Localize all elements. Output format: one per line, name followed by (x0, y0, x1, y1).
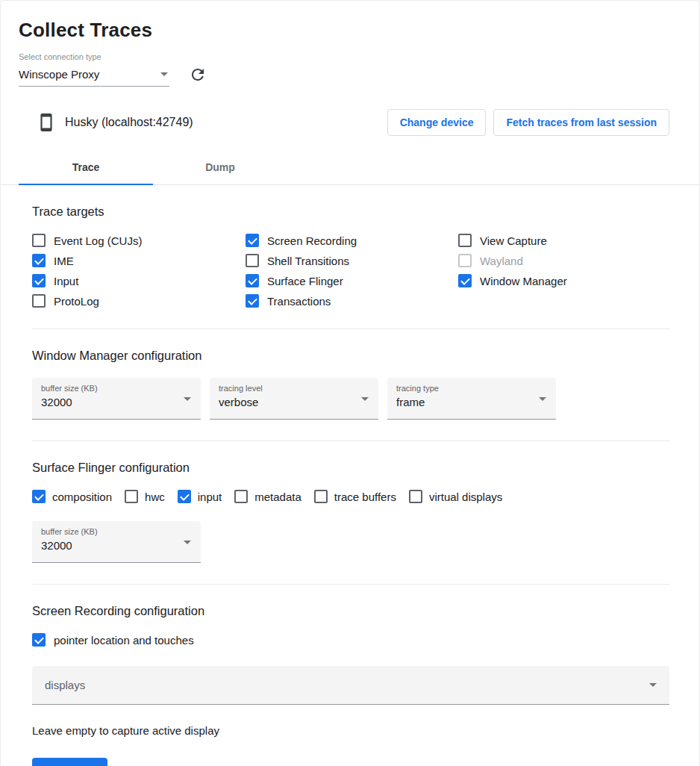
wm-config-fields: buffer size (KB) 32000 tracing level ver… (32, 378, 669, 420)
checkbox-pointer-location[interactable]: pointer location and touches (32, 633, 669, 647)
checkbox-label: Screen Recording (267, 234, 357, 247)
checkbox-trace-buffers[interactable]: trace buffers (314, 490, 396, 503)
checkbox-icon (246, 274, 259, 287)
checkbox-label: metadata (254, 491, 301, 503)
tab-trace-label: Trace (72, 161, 100, 173)
checkbox-icon (409, 490, 422, 503)
checkbox-event-log-cujs[interactable]: Event Log (CUJs) (32, 234, 246, 247)
wm-buffer-size-select[interactable]: buffer size (KB) 32000 (32, 378, 201, 420)
checkbox-icon (234, 490, 248, 503)
tab-dump-label: Dump (205, 161, 235, 173)
trace-config-content: Trace targets Event Log (CUJs) IME Input (1, 205, 699, 766)
checkbox-label: Surface Flinger (267, 275, 343, 287)
field-value: verbose (219, 396, 369, 408)
checkbox-icon (458, 274, 472, 287)
wm-tracing-type-select[interactable]: tracing type frame (387, 378, 556, 420)
checkbox-protolog[interactable]: ProtoLog (32, 294, 246, 308)
chevron-down-icon (649, 683, 657, 687)
checkbox-input[interactable]: Input (32, 274, 246, 287)
checkbox-label: input (198, 491, 222, 503)
checkbox-composition[interactable]: composition (32, 490, 112, 503)
checkbox-screen-recording[interactable]: Screen Recording (246, 234, 458, 247)
checkbox-surface-flinger[interactable]: Surface Flinger (246, 274, 458, 287)
checkbox-icon (178, 490, 191, 503)
connection-row: Winscope Proxy (19, 63, 681, 87)
checkbox-hwc[interactable]: hwc (125, 490, 165, 503)
checkbox-wayland: Wayland (458, 254, 567, 267)
checkbox-icon (246, 234, 259, 247)
checkbox-label: Window Manager (480, 275, 567, 287)
checkbox-label: Shell Transitions (267, 255, 349, 267)
refresh-icon (189, 66, 207, 84)
refresh-button[interactable] (186, 63, 210, 87)
field-value: 32000 (41, 539, 192, 552)
checkbox-window-manager[interactable]: Window Manager (458, 274, 567, 287)
checkbox-label: View Capture (480, 234, 547, 247)
section-divider (32, 584, 669, 585)
connection-type-value: Winscope Proxy (19, 68, 99, 81)
checkbox-ime[interactable]: IME (32, 254, 246, 267)
change-device-button[interactable]: Change device (387, 109, 487, 136)
checkbox-label: Input (54, 275, 78, 287)
field-label: buffer size (KB) (41, 527, 192, 536)
sf-config-fields: buffer size (KB) 32000 (32, 521, 669, 563)
field-label: tracing type (396, 384, 547, 393)
smartphone-icon (37, 113, 56, 132)
sr-config-title: Screen Recording configuration (32, 604, 669, 618)
device-row: Husky (localhost:42749) Change device Fe… (1, 87, 699, 136)
checkbox-icon (32, 254, 46, 267)
checkbox-virtual-displays[interactable]: virtual displays (409, 490, 502, 503)
chevron-down-icon (539, 397, 546, 401)
checkbox-label: IME (54, 255, 74, 267)
chevron-down-icon (160, 72, 168, 76)
field-value: frame (396, 396, 547, 408)
checkbox-label: trace buffers (334, 491, 396, 503)
checkbox-transactions[interactable]: Transactions (246, 294, 458, 308)
checkbox-sf-input[interactable]: input (178, 490, 222, 503)
tab-dump[interactable]: Dump (153, 149, 287, 184)
sf-buffer-size-select[interactable]: buffer size (KB) 32000 (32, 521, 201, 563)
checkbox-label: ProtoLog (54, 295, 99, 308)
checkbox-icon (32, 274, 46, 287)
checkbox-icon (246, 254, 259, 267)
chevron-down-icon (361, 397, 369, 401)
checkbox-icon (314, 490, 328, 503)
checkbox-icon (125, 490, 138, 503)
checkbox-metadata[interactable]: metadata (234, 490, 301, 503)
connection-type-label: Select connection type (19, 52, 681, 61)
trace-targets-column-1: Event Log (CUJs) IME Input ProtoLog (32, 234, 246, 308)
checkbox-label: composition (52, 491, 112, 503)
tab-trace[interactable]: Trace (19, 149, 153, 184)
checkbox-label: pointer location and touches (54, 634, 194, 647)
displays-select[interactable]: displays (32, 666, 669, 705)
wm-tracing-level-select[interactable]: tracing level verbose (210, 378, 378, 420)
device-buttons: Change device Fetch traces from last ses… (387, 109, 669, 136)
chevron-down-icon (184, 541, 191, 544)
checkbox-icon (458, 234, 472, 247)
checkbox-icon (458, 254, 472, 267)
displays-placeholder: displays (45, 679, 85, 691)
fetch-traces-button[interactable]: Fetch traces from last session (493, 109, 669, 136)
checkbox-icon (32, 294, 46, 308)
checkbox-icon (246, 294, 259, 308)
checkbox-icon (32, 633, 46, 647)
chevron-down-icon (184, 397, 191, 401)
start-trace-button[interactable]: Start trace (32, 758, 107, 766)
section-divider (32, 440, 669, 441)
checkbox-icon (32, 234, 46, 247)
sf-config-checkboxes: composition hwc input metadata trace buf… (32, 490, 669, 503)
checkbox-icon (32, 490, 46, 503)
field-label: buffer size (KB) (41, 384, 192, 393)
tab-bar: Trace Dump (1, 149, 699, 185)
connection-type-select[interactable]: Winscope Proxy (19, 63, 169, 87)
checkbox-view-capture[interactable]: View Capture (458, 234, 567, 247)
checkbox-label: hwc (145, 491, 165, 503)
field-value: 32000 (41, 396, 192, 408)
trace-targets-grid: Event Log (CUJs) IME Input ProtoLog (32, 234, 669, 308)
displays-hint: Leave empty to capture active display (32, 724, 669, 737)
trace-targets-column-3: View Capture Wayland Window Manager (458, 234, 567, 308)
checkbox-label: Transactions (267, 295, 331, 308)
trace-targets-column-2: Screen Recording Shell Transitions Surfa… (246, 234, 458, 308)
checkbox-shell-transitions[interactable]: Shell Transitions (246, 254, 458, 267)
checkbox-label: Event Log (CUJs) (54, 234, 142, 247)
